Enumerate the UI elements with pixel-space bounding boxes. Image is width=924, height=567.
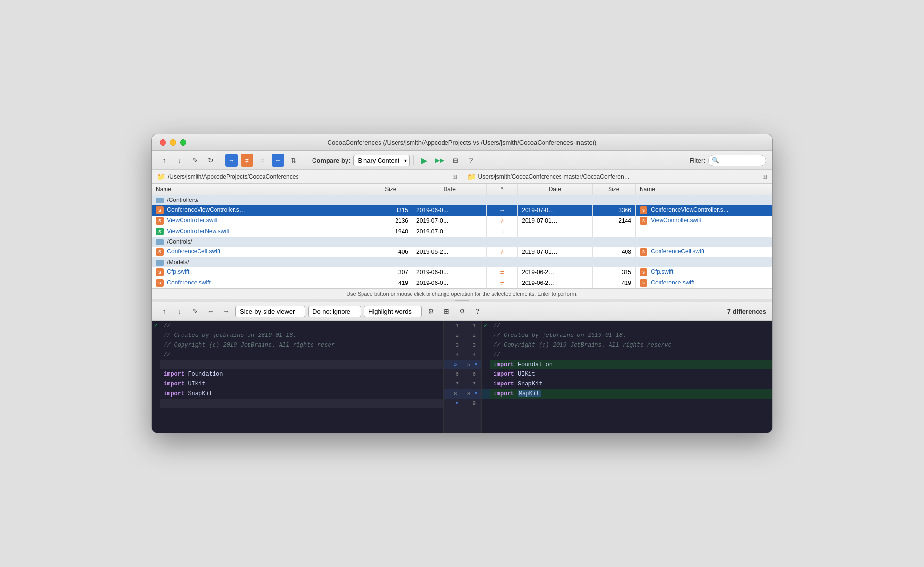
table-row[interactable]: S Conference.swift 419 2019-06-0… ≠ 2019… xyxy=(152,278,772,288)
diff-back-button[interactable]: ← xyxy=(204,305,217,317)
diff-edit-button[interactable]: ✎ xyxy=(189,305,201,317)
arrow-left-button[interactable]: ← xyxy=(272,154,284,167)
right-marker: « xyxy=(474,389,477,399)
screen-button[interactable]: ⊟ xyxy=(449,154,462,167)
op-cell: ≠ xyxy=(487,247,518,257)
swift-icon: S xyxy=(156,217,164,225)
right-marker: « xyxy=(474,360,477,369)
title-bar: CocoaConferences (/Users/jsmith/AppcodeP… xyxy=(152,134,772,151)
diff-panel: ✓ // // Created by jetbrains on 2019-01-… xyxy=(152,321,772,433)
gutter-line: 3 3 xyxy=(444,340,481,350)
left-path-expand[interactable]: ⊞ xyxy=(452,173,457,180)
table-row[interactable]: /Models/ xyxy=(152,257,772,267)
diff-help-button[interactable]: ? xyxy=(471,305,484,317)
line-content: // Created by jetbrains on 2019-01-18. xyxy=(160,331,443,340)
diff-line: // xyxy=(152,350,443,360)
down-button[interactable]: ↓ xyxy=(173,154,186,167)
right-path-expand[interactable]: ⊞ xyxy=(762,173,767,180)
sync-button[interactable]: ✎ xyxy=(189,154,201,167)
right-folder-icon: 📁 xyxy=(467,173,476,181)
file-name-right: S ConferenceCell.swift xyxy=(635,247,772,257)
diff-line: // Copyright (c) 2019 JetBrains. All rig… xyxy=(482,340,773,350)
header-size-left: Size xyxy=(369,184,412,195)
diff-toolbar: ↑ ↓ ✎ ← → Side-by-side viewer Do not ign… xyxy=(152,302,772,321)
line-indicator xyxy=(482,350,490,360)
file-table: Name Size Date * Date Size Name /Control… xyxy=(152,184,772,288)
play-button[interactable]: ▶ xyxy=(418,154,430,167)
file-size-right: 2144 xyxy=(592,216,635,226)
folder-name: /Controllers/ xyxy=(152,195,772,205)
diff-up-button[interactable]: ↑ xyxy=(158,305,170,317)
file-name-right: S ConferenceViewController.s… xyxy=(635,205,772,216)
file-size-right xyxy=(592,226,635,237)
diff-right-panel[interactable]: ✓ // // Created by jetbrains on 2019-01-… xyxy=(482,321,773,433)
minimize-button[interactable] xyxy=(170,139,176,146)
file-date-right xyxy=(518,226,592,237)
table-row[interactable]: /Controllers/ xyxy=(152,195,772,205)
diff-gear-button[interactable]: ⚙ xyxy=(456,305,468,317)
gutter-line: 2 2 xyxy=(444,331,481,340)
file-date-left: 2019-06-0… xyxy=(412,267,487,278)
diff-left-panel[interactable]: ✓ // // Created by jetbrains on 2019-01-… xyxy=(152,321,443,433)
status-text: Use Space button or mouse click to chang… xyxy=(346,291,578,297)
table-row[interactable]: S ConferenceViewController.s… 3315 2019-… xyxy=(152,205,772,216)
diff-line: import MapKit xyxy=(482,389,773,399)
viewer-dropdown-wrapper[interactable]: Side-by-side viewer xyxy=(235,306,305,317)
ignore-dropdown-wrapper[interactable]: Do not ignore xyxy=(308,306,361,317)
refresh-button[interactable]: ↻ xyxy=(204,154,217,167)
columns-button[interactable]: ⊞ xyxy=(440,305,453,317)
line-indicator xyxy=(152,369,160,379)
gutter-right-num: 2 xyxy=(466,331,476,340)
file-name-right: S Conference.swift xyxy=(635,278,772,288)
not-equal-button[interactable]: ≠ xyxy=(241,154,253,167)
gutter-line: 1 1 xyxy=(444,321,481,331)
folder-name: /Models/ xyxy=(152,257,772,267)
highlight-dropdown-wrapper[interactable]: Highlight words xyxy=(364,306,422,317)
sep1 xyxy=(221,155,221,165)
help-button[interactable]: ? xyxy=(464,154,477,167)
file-date-left: 2019-07-0… xyxy=(412,226,487,237)
file-size-right: 419 xyxy=(592,278,635,288)
table-row[interactable]: S ConferenceCell.swift 406 2019-05-2… ≠ … xyxy=(152,247,772,257)
file-name-left: S Conference.swift xyxy=(152,278,369,288)
diff-down-button[interactable]: ↓ xyxy=(173,305,186,317)
table-row[interactable]: /Controls/ xyxy=(152,237,772,247)
close-button[interactable] xyxy=(160,139,166,146)
settings-icon-button[interactable]: ⚙ xyxy=(425,305,437,317)
merge-button[interactable]: ⇅ xyxy=(287,154,300,167)
line-content: import SnapKit xyxy=(490,379,773,389)
file-size-right: 408 xyxy=(592,247,635,257)
status-bar: Use Space button or mouse click to chang… xyxy=(152,288,772,299)
up-button[interactable]: ↑ xyxy=(158,154,170,167)
line-content: // xyxy=(490,321,773,331)
gutter-line: 8 8 « xyxy=(444,389,481,399)
table-row[interactable]: S Cfp.swift 307 2019-06-0… ≠ 2019-06-2… … xyxy=(152,267,772,278)
highlight-select[interactable]: Highlight words xyxy=(364,306,422,317)
line-content xyxy=(160,399,443,408)
file-date-left: 2019-06-0… xyxy=(412,278,487,288)
viewer-select[interactable]: Side-by-side viewer xyxy=(235,306,305,317)
equal-button[interactable]: = xyxy=(256,154,269,167)
compare-by-label: Compare by: xyxy=(312,157,350,164)
gutter-left-num: » xyxy=(447,360,457,369)
table-row[interactable]: S ViewController.swift 2136 2019-07-0… ≠… xyxy=(152,216,772,226)
compare-by-dropdown-wrapper[interactable]: Binary Content ▾ xyxy=(353,155,410,166)
compare-by-select[interactable]: Binary Content xyxy=(353,155,410,166)
file-date-left: 2019-05-2… xyxy=(412,247,487,257)
table-row[interactable]: S ViewControllerNew.swift 1940 2019-07-0… xyxy=(152,226,772,237)
file-date-left: 2019-07-0… xyxy=(412,216,487,226)
swift-icon: S xyxy=(640,268,647,276)
diff-forward-button[interactable]: → xyxy=(220,305,232,317)
fast-forward-button[interactable]: ▶▶ xyxy=(433,154,446,167)
diff-gutter: 1 1 2 2 3 3 4 4 » 5 « 6 6 xyxy=(443,321,482,433)
line-indicator xyxy=(482,379,490,389)
not-equal-icon: ≠ xyxy=(500,217,504,225)
folder-icon xyxy=(156,239,164,245)
sep3 xyxy=(413,155,414,165)
file-name-right xyxy=(635,226,772,237)
ignore-select[interactable]: Do not ignore xyxy=(308,306,361,317)
line-indicator xyxy=(152,360,160,369)
file-date-left: 2019-06-0… xyxy=(412,205,487,216)
arrow-right-button[interactable]: → xyxy=(225,154,238,167)
maximize-button[interactable] xyxy=(180,139,186,146)
